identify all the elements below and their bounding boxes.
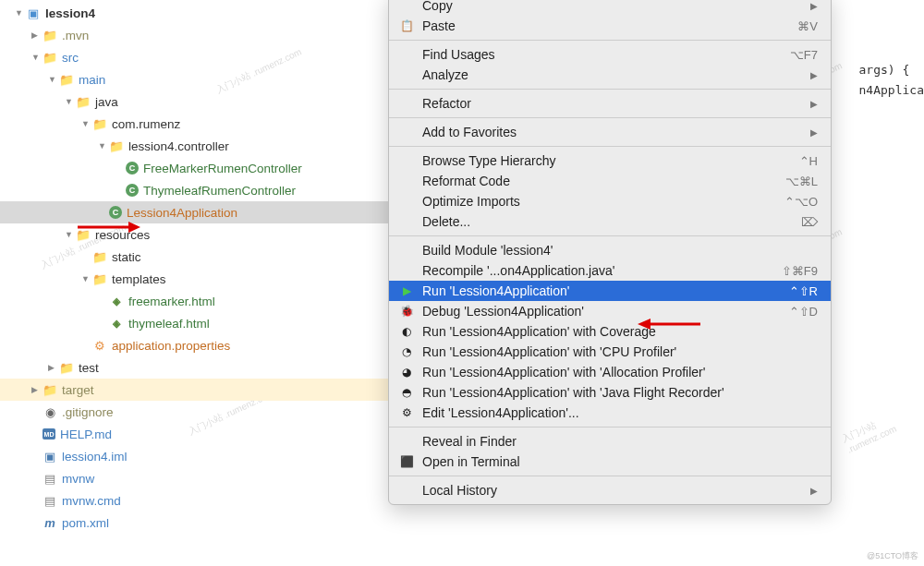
tree-label: java (95, 95, 118, 109)
paste-icon: 📋 (398, 18, 415, 33)
menu-item-run[interactable]: ▶ Run 'Lession4Application' ⌃⇧R (389, 281, 831, 301)
menu-separator (389, 117, 831, 118)
menu-item-reveal-finder[interactable]: Reveal in Finder (389, 431, 831, 452)
menu-item-copy[interactable]: Copy ▶ (389, 0, 831, 16)
folder-icon: 📁 (59, 360, 74, 375)
tree-label: resources (95, 228, 150, 242)
tree-node-properties[interactable]: ⚙ application.properties (0, 334, 388, 356)
tree-node-templates[interactable]: ▼ 📁 templates (0, 268, 388, 290)
tree-node-controller-pkg[interactable]: ▼ 📁 lession4.controller (0, 135, 388, 157)
maven-file-icon: m (43, 515, 57, 530)
chevron-right-icon[interactable]: ▶ (31, 385, 41, 394)
menu-item-recompile[interactable]: Recompile '...on4Application.java' ⇧⌘F9 (389, 260, 831, 281)
class-icon: C (126, 184, 139, 197)
menu-item-reformat[interactable]: Reformat Code ⌥⌘L (389, 171, 831, 191)
tree-label: freemarker.html (128, 295, 215, 308)
tree-node-application[interactable]: C Lession4Application (0, 201, 388, 223)
tree-node-mvnwcmd[interactable]: ▤ mvnw.cmd (0, 489, 388, 512)
menu-item-delete[interactable]: Delete... ⌦ (389, 211, 831, 232)
menu-item-edit-config[interactable]: ⚙ Edit 'Lession4Application'... (389, 403, 831, 423)
menu-item-build-module[interactable]: Build Module 'lession4' (389, 240, 831, 260)
chevron-right-icon[interactable]: ▶ (48, 363, 57, 372)
tree-node-package[interactable]: ▼ 📁 com.rumenz (0, 113, 388, 135)
chevron-down-icon[interactable]: ▼ (65, 230, 74, 239)
tree-node-mvnw[interactable]: ▤ mvnw (0, 467, 388, 489)
tree-label: lession4.iml (62, 450, 128, 464)
tree-node-mvn[interactable]: ▶ 📁 .mvn (0, 24, 388, 46)
menu-item-debug[interactable]: 🐞 Debug 'Lession4Application' ⌃⇧D (389, 301, 831, 321)
menu-item-refactor[interactable]: Refactor ▶ (389, 93, 831, 114)
tree-node-html[interactable]: ◈ thymeleaf.html (0, 312, 388, 334)
menu-item-open-terminal[interactable]: ⬛ Open in Terminal (389, 452, 831, 472)
chevron-down-icon[interactable]: ▼ (65, 97, 74, 106)
tree-label: main (79, 73, 105, 87)
blank-icon (398, 67, 415, 82)
file-icon: ▤ (43, 493, 57, 508)
tree-label: Lession4Application (127, 206, 237, 220)
menu-item-run-flight-recorder[interactable]: ◓ Run 'Lession4Application' with 'Java F… (389, 382, 831, 403)
tree-node-html[interactable]: ◈ freemarker.html (0, 290, 388, 312)
menu-item-browse-hierarchy[interactable]: Browse Type Hierarchy ⌃H (389, 151, 831, 171)
blank-icon (398, 47, 415, 62)
chevron-down-icon[interactable]: ▼ (48, 75, 57, 84)
chevron-down-icon[interactable]: ▼ (81, 119, 91, 128)
menu-label: Copy (422, 0, 810, 13)
tree-label: target (62, 383, 94, 397)
menu-label: Browse Type Hierarchy (422, 153, 799, 168)
menu-separator (389, 89, 831, 90)
runnable-class-icon: C (109, 206, 122, 219)
menu-label: Delete... (422, 214, 801, 229)
menu-label: Edit 'Lession4Application'... (422, 405, 818, 420)
submenu-arrow-icon: ▶ (810, 1, 818, 11)
chevron-right-icon[interactable]: ▶ (31, 30, 41, 40)
tree-label: thymeleaf.html (128, 317, 210, 331)
chevron-down-icon[interactable]: ▼ (31, 53, 41, 62)
tree-node-test[interactable]: ▶ 📁 test (0, 356, 388, 379)
project-tree[interactable]: ▼ ▣ lession4 ▶ 📁 .mvn ▼ 📁 src ▼ 📁 main ▼… (0, 0, 388, 534)
tree-node-static[interactable]: 📁 static (0, 246, 388, 268)
file-icon: ▤ (43, 471, 57, 486)
tree-node-root[interactable]: ▼ ▣ lession4 (0, 2, 388, 24)
menu-label: Find Usages (422, 47, 790, 62)
menu-item-run-allocation-profiler[interactable]: ◕ Run 'Lession4Application' with 'Alloca… (389, 362, 831, 382)
class-icon: C (126, 162, 139, 175)
tree-label: FreeMarkerRumenController (143, 162, 302, 175)
menu-item-paste[interactable]: 📋 Paste ⌘V (389, 16, 831, 36)
tree-node-class[interactable]: C FreeMarkerRumenController (0, 157, 388, 179)
tree-label: templates (112, 272, 166, 286)
menu-item-run-cpu-profiler[interactable]: ◔ Run 'Lession4Application' with 'CPU Pr… (389, 342, 831, 362)
tree-node-main[interactable]: ▼ 📁 main (0, 68, 388, 90)
menu-item-optimize-imports[interactable]: Optimize Imports ⌃⌥O (389, 191, 831, 211)
tree-node-iml[interactable]: ▣ lession4.iml (0, 445, 388, 467)
menu-shortcut: ⇧⌘F9 (782, 264, 818, 278)
tree-node-target[interactable]: ▶ 📁 target (0, 379, 388, 401)
menu-item-run-coverage[interactable]: ◐ Run 'Lession4Application' with Coverag… (389, 321, 831, 342)
tree-node-pom[interactable]: m pom.xml (0, 512, 388, 534)
tree-node-java[interactable]: ▼ 📁 java (0, 90, 388, 113)
menu-label: Open in Terminal (422, 454, 818, 469)
source-folder-icon: 📁 (76, 94, 91, 109)
tree-node-resources[interactable]: ▼ 📁 resources (0, 223, 388, 246)
folder-icon: 📁 (59, 72, 74, 87)
blank-icon (398, 243, 415, 258)
menu-label: Reveal in Finder (422, 434, 818, 449)
tree-node-gitignore[interactable]: ◉ .gitignore (0, 401, 388, 423)
menu-label: Build Module 'lession4' (422, 243, 818, 258)
menu-item-find-usages[interactable]: Find Usages ⌥F7 (389, 44, 831, 65)
tree-node-help[interactable]: MD HELP.md (0, 423, 388, 445)
menu-item-favorites[interactable]: Add to Favorites ▶ (389, 122, 831, 142)
menu-item-local-history[interactable]: Local History ▶ (389, 480, 831, 500)
chevron-down-icon[interactable]: ▼ (15, 8, 24, 18)
html-file-icon: ◈ (109, 316, 124, 331)
folder-icon: 📁 (43, 28, 57, 42)
chevron-down-icon[interactable]: ▼ (98, 141, 107, 151)
tree-label: .mvn (62, 29, 89, 42)
chevron-down-icon[interactable]: ▼ (81, 274, 91, 283)
tree-label: test (79, 361, 99, 375)
footer-attribution: @51CTO博客 (867, 550, 918, 562)
tree-node-src[interactable]: ▼ 📁 src (0, 46, 388, 68)
tree-label: lession4 (45, 6, 95, 20)
menu-item-analyze[interactable]: Analyze ▶ (389, 65, 831, 85)
tree-label: mvnw (62, 472, 94, 486)
tree-node-class[interactable]: C ThymeleafRumenController (0, 179, 388, 201)
